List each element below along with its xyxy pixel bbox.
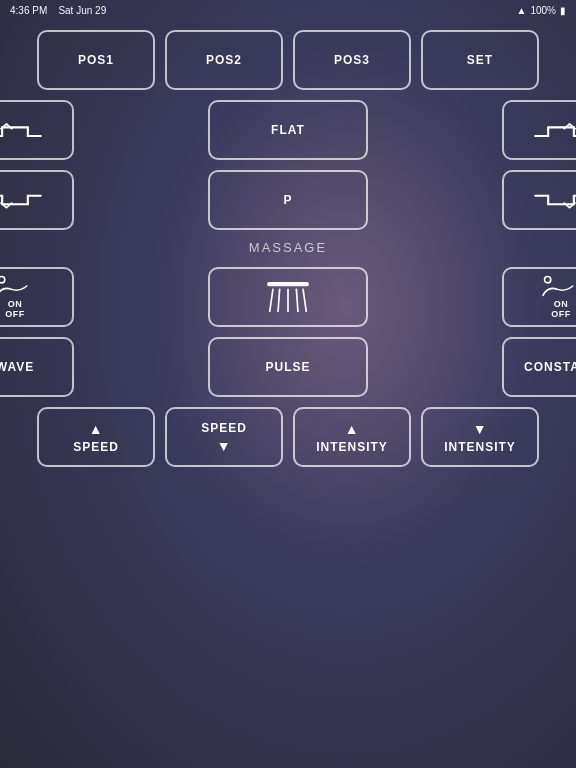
- massage-rays-icon: [263, 277, 313, 317]
- svg-line-6: [303, 289, 306, 312]
- pulse-label: PULSE: [265, 360, 310, 374]
- massage-row-2: WAVE PULSE CONSTANT: [16, 337, 560, 397]
- intensity-up-arrow-icon: ▲: [345, 421, 359, 437]
- onoff-badge-left: ONOFF: [5, 300, 25, 320]
- status-time: 4:36 PM Sat Jun 29: [10, 5, 106, 16]
- bed-head-down-icon: [0, 185, 45, 215]
- massage-row-1: ONOFF ONOFF: [16, 267, 560, 327]
- bed-legs-down-icon: [531, 185, 576, 215]
- speed-down-arrow-icon: ▼: [217, 438, 231, 454]
- speed-up-label: SPEED: [73, 440, 119, 454]
- pos2-label: POS2: [206, 53, 242, 67]
- svg-point-0: [0, 276, 5, 282]
- bed-legs-up-icon: [531, 115, 576, 145]
- main-content: POS1 POS2 POS3 SET FLAT: [0, 20, 576, 487]
- set-button[interactable]: SET: [421, 30, 539, 90]
- status-right: ▲ 100% ▮: [517, 5, 566, 16]
- svg-line-5: [296, 289, 298, 312]
- pos3-button[interactable]: POS3: [293, 30, 411, 90]
- svg-line-2: [270, 289, 273, 312]
- wifi-icon: ▲: [517, 5, 527, 16]
- intensity-down-button[interactable]: ▼ INTENSITY: [421, 407, 539, 467]
- bed-legs-down-button[interactable]: [502, 170, 576, 230]
- bed-head-up-button[interactable]: [0, 100, 74, 160]
- massage-person-left-icon: [0, 275, 35, 297]
- wave-label: WAVE: [0, 360, 34, 374]
- p-button[interactable]: P: [208, 170, 368, 230]
- svg-line-3: [278, 289, 280, 312]
- speed-intensity-row: ▲ SPEED SPEED ▼ ▲ INTENSITY ▼ INTENSITY: [16, 407, 560, 467]
- intensity-down-label: INTENSITY: [444, 440, 516, 454]
- date-display: Sat Jun 29: [58, 5, 106, 16]
- massage-right-onoff-button[interactable]: ONOFF: [502, 267, 576, 327]
- massage-person-right-icon: [541, 275, 576, 297]
- battery-display: 100%: [530, 5, 556, 16]
- speed-down-label: SPEED: [201, 421, 247, 435]
- svg-point-7: [545, 276, 551, 282]
- intensity-up-button[interactable]: ▲ INTENSITY: [293, 407, 411, 467]
- pos1-label: POS1: [78, 53, 114, 67]
- onoff-badge-right: ONOFF: [551, 300, 571, 320]
- speed-up-button[interactable]: ▲ SPEED: [37, 407, 155, 467]
- flat-label: FLAT: [271, 123, 305, 137]
- speed-down-button[interactable]: SPEED ▼: [165, 407, 283, 467]
- constant-label: CONSTANT: [524, 360, 576, 374]
- intensity-up-label: INTENSITY: [316, 440, 388, 454]
- status-bar: 4:36 PM Sat Jun 29 ▲ 100% ▮: [0, 0, 576, 20]
- battery-icon: ▮: [560, 5, 566, 16]
- set-label: SET: [467, 53, 493, 67]
- p-label: P: [283, 193, 292, 207]
- bed-head-up-icon: [0, 115, 45, 145]
- wave-button[interactable]: WAVE: [0, 337, 74, 397]
- bed-legs-up-button[interactable]: [502, 100, 576, 160]
- row-positions: POS1 POS2 POS3 SET: [16, 30, 560, 90]
- svg-rect-1: [267, 282, 309, 286]
- pos3-label: POS3: [334, 53, 370, 67]
- bed-head-down-button[interactable]: [0, 170, 74, 230]
- intensity-down-arrow-icon: ▼: [473, 421, 487, 437]
- speed-up-arrow-icon: ▲: [89, 421, 103, 437]
- time-display: 4:36 PM: [10, 5, 47, 16]
- massage-rays-button[interactable]: [208, 267, 368, 327]
- pulse-button[interactable]: PULSE: [208, 337, 368, 397]
- row-bed-up: FLAT: [16, 100, 560, 160]
- pos2-button[interactable]: POS2: [165, 30, 283, 90]
- massage-section-label: MASSAGE: [16, 240, 560, 255]
- row-bed-down: P: [16, 170, 560, 230]
- flat-button[interactable]: FLAT: [208, 100, 368, 160]
- constant-button[interactable]: CONSTANT: [502, 337, 576, 397]
- pos1-button[interactable]: POS1: [37, 30, 155, 90]
- massage-left-onoff-button[interactable]: ONOFF: [0, 267, 74, 327]
